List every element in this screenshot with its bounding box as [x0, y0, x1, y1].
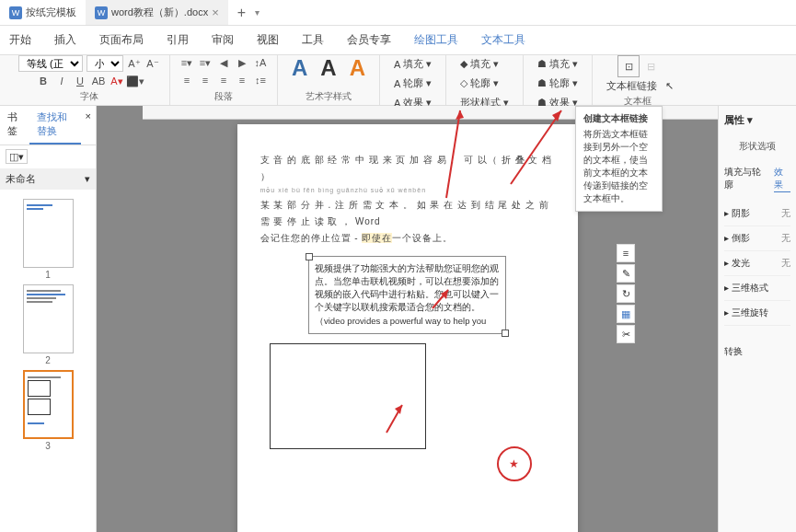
textbox-2[interactable]: [270, 343, 426, 449]
decrease-font-icon[interactable]: A⁻: [145, 56, 160, 71]
textbox-link-icon[interactable]: ⊡: [617, 55, 640, 77]
titlebar: W 按纸完模板 W word教程（新）.docx × + ▾: [0, 0, 796, 26]
panel-header: 属性 ▾: [724, 113, 790, 127]
highlight-icon[interactable]: ⬛▾: [128, 74, 143, 88]
underline-icon[interactable]: U: [73, 74, 87, 88]
menu-review[interactable]: 审阅: [212, 32, 234, 48]
italic-icon[interactable]: I: [54, 74, 69, 88]
align-right-icon[interactable]: ≡: [216, 73, 231, 87]
nav-icon[interactable]: ◫▾: [6, 149, 28, 164]
ribbon: 等线 (正文) 小四 A⁺ A⁻ B I U AB A▾ ⬛▾ 字体 ≡▾ ≡▾…: [0, 55, 796, 106]
text-outline-button[interactable]: A 轮廓▾: [389, 75, 436, 92]
tab-fill-outline[interactable]: 填充与轮廓: [724, 166, 767, 192]
float-layout-button[interactable]: ≡: [617, 244, 635, 262]
section-header[interactable]: 未命名 ▾: [0, 168, 96, 190]
menu-text-tools[interactable]: 文本工具: [481, 32, 525, 48]
font-family-select[interactable]: 等线 (正文): [18, 55, 83, 72]
text-direction-icon[interactable]: ↕A: [253, 55, 268, 70]
property-row[interactable]: ▸ 阴影无: [724, 202, 790, 226]
tab-find-replace[interactable]: 查找和替换: [29, 106, 81, 145]
wordart-style-1[interactable]: A: [287, 55, 312, 81]
dropdown-icon[interactable]: ▾: [255, 7, 260, 17]
thumbnail-list: 1 2 3: [0, 190, 96, 532]
float-edit-button[interactable]: ✎: [617, 264, 635, 283]
wordart-style-2[interactable]: A: [316, 55, 340, 81]
tooltip-body: 将所选文本框链接到另外一个空的文本框，使当前文本框的文本传递到链接的空文本框中。: [583, 128, 654, 205]
font-color-icon[interactable]: A▾: [110, 74, 124, 88]
line-spacing-icon[interactable]: ↕≡: [253, 73, 268, 87]
float-rotate-button[interactable]: ↻: [617, 284, 635, 303]
menu-reference[interactable]: 引用: [167, 32, 189, 48]
add-tab-button[interactable]: +: [228, 5, 255, 21]
font-size-select[interactable]: 小四: [87, 55, 123, 72]
group-label: 段落: [214, 90, 233, 105]
align-left-icon[interactable]: ≡: [179, 73, 194, 87]
text-line: 支 音 的 底 部 经 常 中 现 来 页 加 容 易 。 可 以（ 折 叠 文…: [260, 152, 555, 185]
indent-right-icon[interactable]: ▶: [235, 55, 249, 70]
number-list-icon[interactable]: ≡▾: [198, 55, 213, 70]
textbox-1[interactable]: 视频提供了功能强大的方法帮助您证明您的观点。当您单击联机视频时，可以在想要添加的…: [308, 256, 506, 334]
property-row[interactable]: ▸ 三维旋转: [724, 301, 790, 326]
tab-effects[interactable]: 效果: [774, 166, 790, 192]
property-row[interactable]: 转换: [724, 340, 790, 364]
align-center-icon[interactable]: ≡: [198, 73, 213, 87]
tab-label: 按纸完模板: [26, 6, 76, 19]
property-row[interactable]: ▸ 倒影无: [724, 226, 790, 251]
menu-insert[interactable]: 插入: [54, 32, 76, 48]
menu-tools[interactable]: 工具: [302, 32, 324, 48]
textbox-content: 视频提供了功能强大的方法帮助您证明您的观点。当您单击联机视频时，可以在想要添加的…: [315, 263, 499, 326]
bullet-list-icon[interactable]: ≡▾: [179, 55, 194, 70]
tab-bookmark[interactable]: 书签: [0, 106, 29, 145]
star-icon: ★: [509, 457, 519, 470]
ribbon-wordart-group: A A A 艺术字样式: [278, 55, 380, 105]
tab-label: word教程（新）.docx: [111, 6, 208, 19]
section-name: 未命名: [6, 172, 36, 186]
menu-start[interactable]: 开始: [9, 32, 31, 48]
wordart-style-3[interactable]: A: [345, 55, 370, 81]
menu-layout[interactable]: 页面布局: [99, 32, 144, 48]
close-icon[interactable]: ×: [212, 6, 219, 19]
tooltip: 创建文本框链接 将所选文本框链接到另外一个空的文本框，使当前文本框的文本传递到链…: [575, 106, 663, 212]
menu-member[interactable]: 会员专享: [347, 32, 391, 48]
word-icon: W: [9, 6, 22, 19]
textbox-break-icon[interactable]: ⊟: [643, 59, 658, 74]
left-panel: 书签 查找和替换 × ◫▾ 未命名 ▾ 1 2 3: [0, 106, 97, 532]
stamp[interactable]: ★: [497, 446, 532, 481]
tab-template[interactable]: W 按纸完模板: [0, 0, 86, 25]
left-section: ◫▾: [0, 145, 96, 168]
menu-view[interactable]: 视图: [257, 32, 279, 48]
menu-drawing-tools[interactable]: 绘图工具: [414, 32, 458, 48]
pinyin-line: mǒu xiè bù fēn bìng guānzhù suǒ xū wénbě…: [260, 185, 555, 197]
increase-font-icon[interactable]: A⁺: [127, 56, 142, 71]
property-row[interactable]: ▸ 发光无: [724, 251, 790, 276]
floating-toolbar: ≡ ✎ ↻ ▦ ✂: [617, 244, 635, 343]
tooltip-title: 创建文本框链接: [583, 112, 654, 125]
bold-icon[interactable]: B: [36, 74, 51, 88]
panel-subheader[interactable]: 形状选项: [724, 136, 790, 156]
ribbon-paragraph-group: ≡▾ ≡▾ ◀ ▶ ↕A ≡ ≡ ≡ ≡ ↕≡ 段落: [170, 55, 278, 105]
group-label: 艺术字样式: [306, 90, 352, 105]
indent-left-icon[interactable]: ◀: [216, 55, 231, 70]
thumbnail[interactable]: [23, 284, 74, 353]
shape-fill-button[interactable]: ◆ 填充▾: [456, 55, 513, 73]
left-tabs: 书签 查找和替换 ×: [0, 106, 96, 145]
ribbon-font-group: 等线 (正文) 小四 A⁺ A⁻ B I U AB A▾ ⬛▾ 字体: [9, 55, 170, 105]
thumbnail[interactable]: [23, 199, 74, 268]
float-crop-button[interactable]: ✂: [617, 325, 635, 343]
property-row[interactable]: ▸ 三维格式: [724, 276, 790, 301]
close-icon[interactable]: ×: [81, 106, 96, 145]
shape-outline2-button[interactable]: ☗ 轮廓▾: [533, 75, 583, 92]
float-fill-button[interactable]: ▦: [617, 305, 635, 323]
strike-icon[interactable]: AB: [91, 74, 106, 88]
shape-fill2-button[interactable]: ☗ 填充▾: [533, 55, 583, 73]
shape-outline-button[interactable]: ◇ 轮廓▾: [456, 75, 513, 92]
text-line: 某 某 部 分 并 . 注 所 需 文 本 。 如 果 在 达 到 结 尾 处 …: [260, 197, 555, 230]
text-fill-button[interactable]: A 填充▾: [389, 55, 436, 73]
tab-document[interactable]: W word教程（新）.docx ×: [86, 0, 228, 25]
thumb-number: 3: [5, 441, 91, 451]
properties-panel: 属性 ▾ 形状选项 填充与轮廓 效果 ▸ 阴影无 ▸ 倒影无 ▸ 发光无 ▸ 三…: [718, 106, 796, 532]
align-justify-icon[interactable]: ≡: [235, 73, 249, 87]
textbox-link-button[interactable]: 文本框链接: [602, 77, 662, 95]
thumb-number: 1: [5, 270, 91, 280]
thumbnail[interactable]: [23, 370, 74, 439]
